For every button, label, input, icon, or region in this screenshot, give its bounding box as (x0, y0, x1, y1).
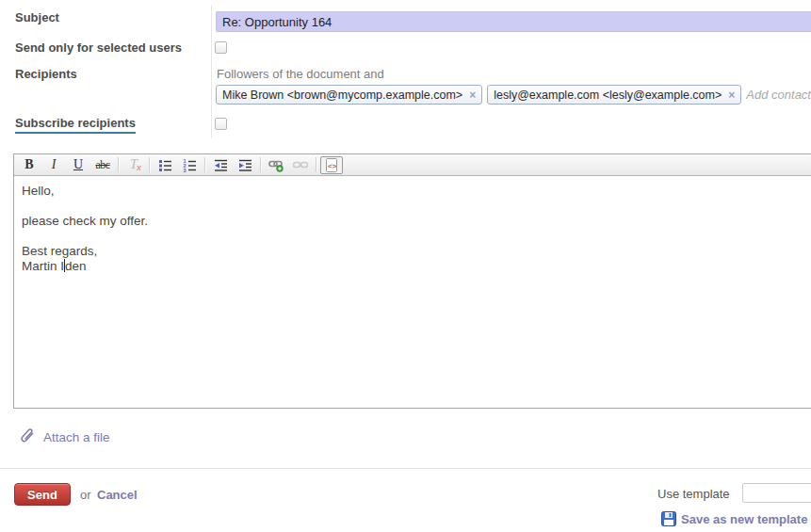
svg-text:3: 3 (183, 168, 186, 172)
editor-line-with-caret: Martin Iden (22, 259, 808, 274)
subscribe-recipients-checkbox[interactable] (215, 118, 227, 130)
editor-line: Hello, (22, 184, 808, 199)
editor-line: Best regards, (22, 244, 808, 259)
outdent-icon[interactable] (209, 156, 232, 174)
use-template-label: Use template (657, 487, 730, 501)
italic-icon[interactable]: I (42, 156, 65, 174)
toolbar-separator (316, 157, 316, 172)
rich-text-editor: B I U abc T x 123 (13, 153, 811, 409)
recipient-tag[interactable]: lesly@example.com <lesly@example.com> × (487, 85, 741, 105)
subscribe-recipients-label: Subscribe recipients (15, 116, 136, 130)
editor-line (22, 229, 808, 244)
toolbar-separator (118, 157, 119, 172)
subject-input[interactable] (216, 11, 811, 32)
toolbar-separator (204, 157, 205, 172)
attach-file-label: Attach a file (43, 430, 110, 444)
cancel-link[interactable]: Cancel (97, 488, 138, 502)
footer-divider (0, 468, 811, 469)
remove-link-icon[interactable] (289, 156, 312, 174)
view-source-icon[interactable]: <> (320, 156, 343, 174)
subject-label: Subject (15, 10, 59, 24)
remove-format-x-mark: x (137, 164, 141, 172)
svg-text:<>: <> (328, 161, 337, 169)
underline-icon[interactable]: U (67, 156, 89, 174)
editor-line (22, 199, 808, 214)
email-compose-form: Subject Send only for selected users Rec… (0, 0, 811, 532)
save-as-template-label: Save as new template (681, 512, 807, 526)
remove-recipient-icon[interactable]: × (728, 89, 735, 101)
recipient-tag-text: Mike Brown <brown@mycomp.example.com> (222, 89, 462, 102)
editor-toolbar: B I U abc T x 123 (14, 154, 811, 176)
toolbar-separator (260, 157, 261, 172)
recipients-label: Recipients (15, 67, 77, 81)
editor-line: please check my offer. (22, 214, 808, 229)
paperclip-icon (20, 428, 38, 446)
toolbar-separator (149, 157, 150, 172)
or-text: or (80, 488, 91, 502)
editor-body[interactable]: Hello, please check my offer. Best regar… (14, 176, 811, 408)
send-only-label: Send only for selected users (15, 40, 182, 55)
bold-icon[interactable]: B (18, 156, 41, 174)
recipient-tag[interactable]: Mike Brown <brown@mycomp.example.com> × (216, 85, 482, 105)
ordered-list-icon[interactable]: 123 (178, 156, 201, 174)
send-only-checkbox[interactable] (215, 41, 227, 54)
template-select-input[interactable] (742, 483, 811, 503)
remove-recipient-icon[interactable]: × (469, 89, 476, 101)
insert-link-icon[interactable] (265, 156, 287, 174)
add-recipient-input[interactable] (746, 88, 811, 102)
form-column-divider (211, 6, 212, 138)
recipient-tag-text: lesly@example.com <lesly@example.com> (494, 89, 722, 102)
send-button[interactable]: Send (14, 483, 71, 506)
floppy-disk-icon (661, 511, 676, 526)
recipients-description: Followers of the document and (217, 67, 384, 81)
attach-file-link[interactable]: Attach a file (20, 428, 110, 446)
remove-format-icon[interactable]: T x (122, 156, 145, 174)
recipients-tag-list: Mike Brown <brown@mycomp.example.com> × … (216, 85, 811, 105)
indent-icon[interactable] (234, 156, 256, 174)
strikethrough-icon[interactable]: abc (91, 156, 114, 174)
unordered-list-icon[interactable] (154, 156, 176, 174)
save-as-template-link[interactable]: Save as new template (661, 511, 807, 526)
